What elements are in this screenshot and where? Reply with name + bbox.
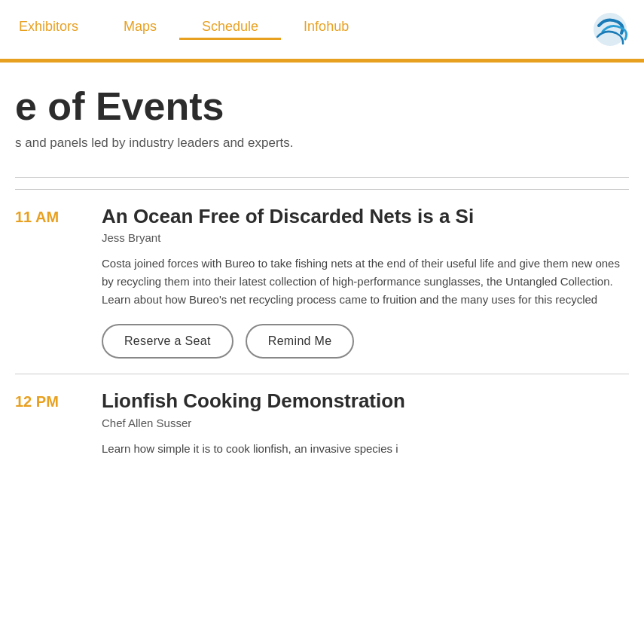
- nav-item-maps[interactable]: Maps: [101, 19, 179, 40]
- schedule-presenter-1: Jess Bryant: [102, 231, 629, 244]
- nav-item-schedule[interactable]: Schedule: [179, 19, 281, 40]
- schedule-time-1: 11 AM: [15, 205, 83, 359]
- schedule-item-2: 12 PM Lionfish Cooking Demonstration Che…: [15, 374, 629, 487]
- nav-items: Exhibitors Maps Schedule Infohub: [15, 11, 629, 48]
- brand-logo-icon: [591, 11, 629, 48]
- schedule-content-1: An Ocean Free of Discarded Nets is a Si …: [102, 205, 629, 359]
- schedule-actions-1: Reserve a Seat Remind Me: [102, 324, 629, 359]
- page-title: e of Events: [15, 85, 629, 128]
- schedule-container: 11 AM An Ocean Free of Discarded Nets is…: [0, 189, 644, 487]
- schedule-description-2: Learn how simple it is to cook lionfish,…: [102, 440, 629, 458]
- schedule-title-1: An Ocean Free of Discarded Nets is a Si: [102, 205, 629, 228]
- reserve-seat-button[interactable]: Reserve a Seat: [102, 324, 233, 359]
- schedule-content-2: Lionfish Cooking Demonstration Chef Alle…: [102, 389, 629, 472]
- nav-item-exhibitors[interactable]: Exhibitors: [15, 19, 101, 40]
- navigation: Exhibitors Maps Schedule Infohub: [0, 0, 644, 60]
- schedule-description-1: Costa joined forces with Bureo to take f…: [102, 255, 629, 309]
- page-subtitle: s and panels led by industry leaders and…: [15, 136, 629, 151]
- header-divider: [15, 177, 629, 178]
- nav-item-infohub[interactable]: Infohub: [281, 19, 371, 40]
- page-header: e of Events s and panels led by industry…: [0, 63, 644, 166]
- schedule-title-2: Lionfish Cooking Demonstration: [102, 389, 629, 413]
- remind-me-button[interactable]: Remind Me: [246, 324, 355, 359]
- schedule-item-1: 11 AM An Ocean Free of Discarded Nets is…: [15, 189, 629, 374]
- schedule-presenter-2: Chef Allen Susser: [102, 417, 629, 429]
- schedule-time-2: 12 PM: [15, 389, 83, 472]
- nav-logo: [591, 11, 629, 48]
